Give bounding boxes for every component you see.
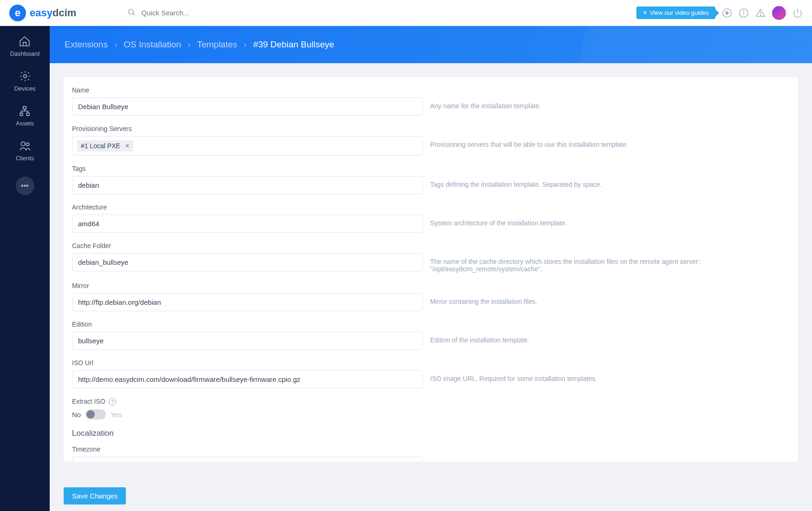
timezone-desc: The time zone of the target operating sy… [430,457,790,462]
close-icon[interactable]: ✕ [643,10,647,16]
home-icon [19,35,31,47]
logo-text: easydcim [30,7,76,19]
cache-input[interactable] [72,253,423,271]
edition-desc: Edition of the installation template. [430,332,790,344]
svg-point-10 [23,75,26,78]
network-icon [19,105,31,117]
sidebar-item-clients[interactable]: Clients [16,140,34,162]
breadcrumb-templates[interactable]: Templates [197,39,237,50]
chevron-right-icon: › [114,39,117,50]
form-card: Name Any name for the installation templ… [64,77,798,462]
logo[interactable]: e easydcim [9,5,76,21]
svg-point-14 [21,142,25,146]
chip-label: #1 Local PXE [81,142,120,150]
users-icon [19,140,31,152]
svg-rect-12 [20,113,23,115]
sidebar-item-label: Dashboard [10,50,40,57]
video-guides-label: View our video guides [650,9,709,16]
arch-input[interactable] [72,215,423,233]
field-tags: Tags Tags defining the installation temp… [72,165,790,194]
edition-label: Edition [72,321,790,328]
breadcrumb-os-installation[interactable]: OS Installation [124,39,181,50]
svg-point-15 [26,143,29,146]
cache-desc: The name of the cache directory which st… [430,253,790,273]
logo-icon: e [9,5,26,21]
sidebar: Dashboard Devices Assets Clients ••• [0,26,50,511]
field-name: Name Any name for the installation templ… [72,86,790,116]
top-header: e easydcim ✕ View our video guides [0,0,812,26]
extract-label: Extract ISO ? [72,398,790,406]
svg-point-0 [129,9,134,14]
header-right: ✕ View our video guides [636,6,803,20]
alert-icon[interactable] [755,8,766,18]
sidebar-item-devices[interactable]: Devices [14,70,35,92]
search-icon[interactable] [127,8,136,18]
more-button[interactable]: ••• [16,177,34,195]
field-extract: Extract ISO ? No Yes [72,398,790,419]
svg-rect-13 [27,113,29,115]
info-icon[interactable] [739,8,749,18]
video-guides-button[interactable]: ✕ View our video guides [636,7,715,19]
field-architecture: Architecture System architecture of the … [72,203,790,233]
cache-label: Cache Folder [72,242,790,249]
search-input[interactable] [141,9,281,17]
breadcrumb-extensions[interactable]: Extensions [65,39,108,50]
svg-marker-3 [726,11,729,14]
avatar[interactable] [772,6,786,20]
localization-heading: Localization [72,429,790,438]
provisioning-label: Provisioning Servers [72,125,790,132]
chip-remove-icon[interactable]: ✕ [125,143,130,149]
iso-desc: ISO image URL. Required for some install… [430,370,790,382]
help-icon[interactable]: ? [109,398,116,406]
extract-yes-label: Yes [111,411,122,419]
save-button[interactable]: Save Changes [64,487,126,504]
field-mirror: Mirror Mirror containing the installatio… [72,282,790,311]
tags-label: Tags [72,165,790,172]
iso-label: ISO Url [72,359,790,367]
provisioning-input[interactable]: #1 Local PXE ✕ [72,136,423,156]
chevron-right-icon: › [244,39,247,50]
provisioning-desc: Provisioning servers that will be able t… [430,136,790,148]
name-input[interactable] [72,98,423,116]
field-edition: Edition Edition of the installation temp… [72,321,790,350]
edition-input[interactable] [72,332,423,350]
sidebar-item-assets[interactable]: Assets [16,105,34,127]
sidebar-item-label: Assets [16,120,34,127]
mirror-input[interactable] [72,293,423,311]
main: Name Any name for the installation templ… [50,63,812,511]
svg-rect-11 [23,106,26,109]
timezone-input[interactable] [72,457,423,462]
name-label: Name [72,86,790,94]
breadcrumb-current: #39 Debian Bullseye [253,39,334,50]
breadcrumb: Extensions › OS Installation › Templates… [50,26,812,63]
timezone-label: Timezone [72,445,790,453]
field-provisioning: Provisioning Servers #1 Local PXE ✕ Prov… [72,125,790,156]
field-cache: Cache Folder The name of the cache direc… [72,242,790,273]
mirror-desc: Mirror containing the installation files… [430,293,790,305]
tags-input[interactable] [72,176,423,194]
field-timezone: Timezone The time zone of the target ope… [72,445,790,462]
svg-point-6 [743,11,744,11]
iso-input[interactable] [72,370,423,388]
arch-desc: System architecture of the installation … [430,215,790,227]
extract-no-label: No [72,411,81,419]
mirror-label: Mirror [72,282,790,289]
sidebar-item-label: Clients [16,155,34,162]
chevron-right-icon: › [188,39,190,50]
search-wrap [127,8,636,18]
tags-desc: Tags defining the installation template.… [430,176,790,188]
gear-icon [19,70,31,82]
sidebar-item-label: Devices [14,85,35,92]
field-iso: ISO Url ISO image URL. Required for some… [72,359,790,388]
svg-line-1 [133,13,135,15]
play-icon[interactable] [722,8,732,18]
dots-icon: ••• [21,182,29,190]
toggle-knob [86,410,95,419]
name-desc: Any name for the installation template. [430,98,790,110]
arch-label: Architecture [72,203,790,211]
power-icon[interactable] [792,8,803,18]
extract-toggle[interactable] [85,409,106,419]
svg-point-8 [760,14,760,15]
sidebar-item-dashboard[interactable]: Dashboard [10,35,40,57]
save-bar: Save Changes [64,481,798,511]
